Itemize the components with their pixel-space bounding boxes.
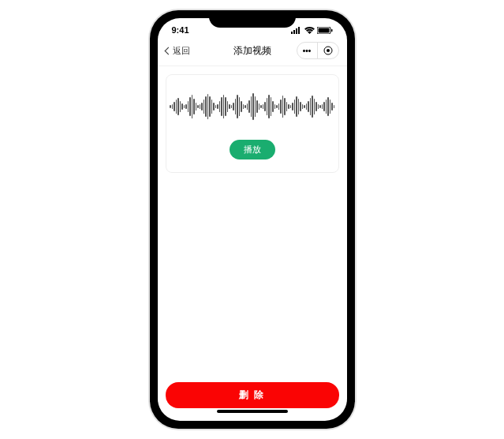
wave-bar <box>172 104 174 109</box>
wave-bar <box>189 97 191 116</box>
wave-bar <box>197 105 199 108</box>
wave-bar <box>241 101 242 112</box>
capsule-menu-button[interactable]: ••• <box>297 43 318 58</box>
wave-bar <box>176 99 177 114</box>
wave-bar <box>251 96 252 117</box>
wave-bar <box>209 96 211 117</box>
back-button[interactable]: 返回 <box>166 45 190 57</box>
status-time: 9:41 <box>172 25 189 35</box>
wave-bar <box>260 105 262 108</box>
wave-bar <box>310 98 312 115</box>
wave-bar <box>318 104 319 109</box>
play-button[interactable]: 播放 <box>230 140 275 159</box>
wave-bar <box>284 98 286 115</box>
wave-bar <box>217 104 218 109</box>
svg-rect-0 <box>291 32 293 34</box>
wave-bar <box>215 105 217 108</box>
delete-button[interactable]: 删 除 <box>166 382 339 408</box>
wifi-icon <box>304 27 315 34</box>
wave-bar <box>221 97 222 116</box>
wave-bar <box>300 102 301 111</box>
wave-bar <box>322 104 323 109</box>
wave-bar <box>193 99 195 114</box>
wave-bar <box>255 96 256 117</box>
wave-bar <box>263 104 264 109</box>
wave-bar <box>306 103 308 110</box>
wave-bar <box>330 99 331 114</box>
home-indicator[interactable] <box>217 410 288 413</box>
wave-bar <box>192 95 193 118</box>
wave-bar <box>259 103 260 110</box>
wave-bar <box>314 99 315 114</box>
wave-bar <box>203 99 205 114</box>
wave-bar <box>304 105 305 108</box>
wave-bar <box>213 103 215 111</box>
wave-bar <box>170 105 171 108</box>
svg-point-8 <box>327 49 330 52</box>
wave-bar <box>205 96 207 117</box>
wave-bar <box>196 103 197 111</box>
wave-bar <box>312 96 313 118</box>
phone-frame: 9:41 返回 添加视频 ••• <box>150 10 355 429</box>
wave-bar <box>233 103 234 111</box>
svg-rect-1 <box>293 30 295 34</box>
wave-bar <box>248 100 250 113</box>
wave-bar <box>276 105 278 108</box>
footer-area: 删 除 <box>158 374 347 421</box>
wave-bar <box>327 97 329 116</box>
wave-bar <box>286 102 288 111</box>
capsule-close-button[interactable] <box>318 43 338 58</box>
wave-bar <box>184 105 185 108</box>
wave-bar <box>294 99 296 114</box>
wave-bar <box>298 99 300 114</box>
audio-card: 播放 <box>166 74 339 173</box>
signal-icon <box>291 27 302 34</box>
wave-bar <box>180 101 181 112</box>
wave-bar <box>264 102 266 111</box>
wave-bar <box>188 101 189 112</box>
wave-bar <box>319 105 321 108</box>
mini-program-capsule: ••• <box>297 42 339 59</box>
status-indicators <box>291 27 333 34</box>
wave-bar <box>302 104 304 109</box>
phone-screen: 9:41 返回 添加视频 ••• <box>158 18 347 421</box>
wave-bar <box>308 101 309 112</box>
wave-bar <box>288 104 289 109</box>
wave-bar <box>315 102 317 111</box>
phone-notch <box>209 10 296 28</box>
wave-bar <box>292 103 293 111</box>
svg-rect-5 <box>318 28 329 32</box>
content-area: 播放 <box>158 66 347 374</box>
battery-icon <box>317 27 333 34</box>
wave-bar <box>271 97 272 116</box>
wave-bar <box>181 103 183 110</box>
wave-bar <box>296 96 297 117</box>
wave-bar <box>334 105 335 108</box>
svg-rect-2 <box>296 28 297 34</box>
wave-bar <box>211 99 213 114</box>
wave-bar <box>331 103 333 111</box>
svg-rect-6 <box>331 29 333 32</box>
wave-bar <box>201 103 203 111</box>
wave-bar <box>280 99 282 114</box>
svg-rect-3 <box>298 27 300 34</box>
wave-bar <box>177 98 179 115</box>
wave-bar <box>278 103 280 110</box>
wave-bar <box>237 95 238 118</box>
wave-bar <box>243 104 245 109</box>
target-icon <box>323 46 333 55</box>
nav-bar: 返回 添加视频 ••• <box>158 39 347 66</box>
wave-bar <box>229 104 230 109</box>
wave-bar <box>227 101 229 112</box>
wave-bar <box>223 95 225 118</box>
wave-bar <box>245 105 246 108</box>
wave-bar <box>174 102 175 111</box>
wave-bar <box>252 93 254 120</box>
wave-bar <box>239 97 241 116</box>
wave-bar <box>225 97 226 116</box>
wave-bar <box>247 103 248 110</box>
wave-bar <box>282 96 284 118</box>
back-label: 返回 <box>173 45 190 57</box>
page-title: 添加视频 <box>233 44 271 58</box>
wave-bar <box>272 101 274 112</box>
